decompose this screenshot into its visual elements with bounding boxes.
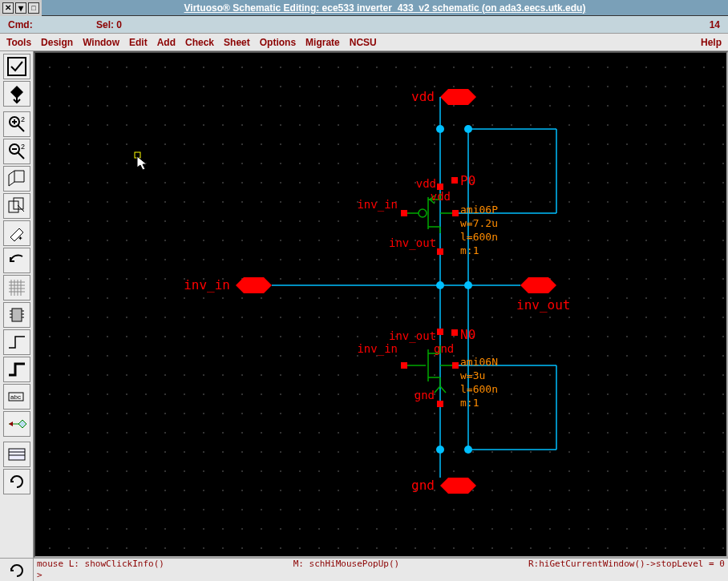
- net-label: vdd: [416, 177, 436, 190]
- wire-thin-icon: [6, 332, 27, 353]
- tool-pin[interactable]: [3, 411, 30, 437]
- info-repeat-icon[interactable]: [0, 559, 34, 581]
- pin-label-inv-out: inv_out: [516, 297, 570, 313]
- label-icon: abc: [6, 386, 27, 407]
- mouse-l-hint: mouse L: showClickInfo(): [37, 559, 164, 570]
- pin-label-vdd: vdd: [411, 89, 435, 104]
- menu-add[interactable]: Add: [157, 37, 176, 48]
- solder-dot: [464, 446, 472, 454]
- tool-select-check[interactable]: [3, 54, 30, 79]
- copy-icon: [6, 196, 27, 216]
- svg-marker-30: [9, 422, 13, 426]
- tool-delete[interactable]: ✦: [3, 220, 30, 246]
- dev-l: l=600n: [460, 231, 498, 243]
- sel-label: Sel: 0: [96, 19, 710, 30]
- wm-controls: ✕ ▾ □: [0, 0, 42, 16]
- net-label: gnd: [415, 389, 435, 401]
- tool-stretch[interactable]: [3, 166, 30, 192]
- menu-options[interactable]: Options: [260, 37, 296, 48]
- minimize-button[interactable]: ▾: [15, 2, 26, 14]
- svg-line-2: [18, 125, 24, 131]
- dev-model: ami06P: [460, 204, 498, 216]
- solder-dot: [436, 125, 444, 133]
- pin-inv-in[interactable]: [236, 277, 272, 293]
- close-button[interactable]: ✕: [2, 2, 14, 14]
- dev-terminal: [452, 210, 459, 216]
- menu-design[interactable]: Design: [41, 37, 73, 48]
- zoom-in-icon: 2: [6, 114, 27, 135]
- svg-rect-0: [8, 58, 26, 75]
- status-bar: Cmd: Sel: 0 14: [0, 16, 728, 34]
- tool-zoom-in[interactable]: 2: [3, 111, 30, 137]
- tool-instance[interactable]: [3, 302, 30, 328]
- tool-command[interactable]: [3, 442, 30, 467]
- tool-undo[interactable]: [3, 248, 30, 273]
- dev-m: m:1: [460, 244, 479, 256]
- tool-label[interactable]: abc: [3, 384, 30, 410]
- solder-dot: [436, 281, 444, 289]
- menu-ncsu[interactable]: NCSU: [350, 37, 377, 48]
- net-label: inv_in: [357, 198, 398, 212]
- tool-properties[interactable]: [3, 275, 30, 301]
- svg-rect-31: [9, 449, 25, 460]
- svg-text:abc: abc: [10, 393, 21, 401]
- menu-migrate[interactable]: Migrate: [305, 37, 340, 48]
- tool-repeat[interactable]: [3, 469, 30, 494]
- schematic-canvas[interactable]: vdd gnd inv_in inv_out: [34, 51, 728, 558]
- chip-icon: [6, 305, 27, 325]
- check-icon: [6, 56, 27, 77]
- menu-help[interactable]: Help: [701, 37, 722, 48]
- pin-label-gnd: gnd: [411, 478, 435, 493]
- menu-window[interactable]: Window: [83, 37, 119, 48]
- menu-tools[interactable]: Tools: [6, 37, 31, 48]
- dev-terminal: [437, 184, 443, 190]
- dev-w: w=3u: [460, 369, 485, 381]
- pin-icon: [6, 414, 27, 434]
- cursor-marker: [135, 152, 140, 158]
- left-toolbar: 2 2 ✦ abc: [0, 51, 34, 558]
- menu-sheet[interactable]: Sheet: [224, 37, 250, 48]
- mouse-r-hint: R:hiGetCurrentWindow()->stopLevel = 0: [528, 559, 725, 570]
- tool-wire-thin[interactable]: [3, 329, 30, 355]
- window-title: Virtuoso® Schematic Editing: ece533 inve…: [42, 2, 728, 14]
- grid-icon: [6, 277, 27, 298]
- tool-zoom-out[interactable]: 2: [3, 139, 30, 164]
- svg-text:2: 2: [21, 143, 25, 151]
- command-prompt[interactable]: >: [37, 570, 725, 581]
- dev-name: P0: [460, 173, 475, 188]
- net-label: inv_in: [357, 342, 398, 356]
- pin-vdd[interactable]: [440, 89, 476, 105]
- dev-model: ami06N: [460, 356, 498, 368]
- zoom-out-icon: 2: [6, 141, 27, 162]
- tool-save[interactable]: [3, 81, 30, 107]
- svg-point-37: [419, 209, 427, 217]
- pin-label-inv-in: inv_in: [184, 277, 230, 293]
- wm-titlebar: ✕ ▾ □ Virtuoso® Schematic Editing: ece53…: [0, 0, 728, 16]
- maximize-button[interactable]: □: [28, 2, 39, 14]
- solder-dot: [436, 446, 444, 454]
- repeat-icon: [6, 560, 27, 581]
- eraser-icon: ✦: [6, 223, 27, 244]
- cmd-label: Cmd:: [8, 19, 96, 30]
- main-area: 2 2 ✦ abc: [0, 51, 728, 558]
- pin-gnd[interactable]: [440, 478, 476, 494]
- diamond-down-icon: [6, 83, 27, 104]
- svg-text:✦: ✦: [18, 235, 23, 242]
- pin-inv-out[interactable]: [520, 277, 556, 293]
- net-label: gnd: [434, 342, 454, 355]
- tool-copy[interactable]: [3, 193, 30, 219]
- menu-check[interactable]: Check: [185, 37, 214, 48]
- dev-terminal: [401, 210, 407, 216]
- dev-terminal: [437, 401, 443, 407]
- net-label: inv_out: [389, 236, 436, 250]
- repeat-icon: [6, 471, 27, 492]
- menu-edit[interactable]: Edit: [129, 37, 148, 48]
- dev-name: N0: [460, 327, 475, 342]
- tool-wire-wide[interactable]: [3, 357, 30, 382]
- wire-wide-icon: [6, 359, 27, 380]
- dev-terminal: [451, 329, 458, 336]
- solder-dot: [464, 125, 472, 133]
- dev-l: l=600n: [460, 383, 498, 395]
- solder-dot: [464, 281, 472, 289]
- undo-icon: [6, 250, 27, 271]
